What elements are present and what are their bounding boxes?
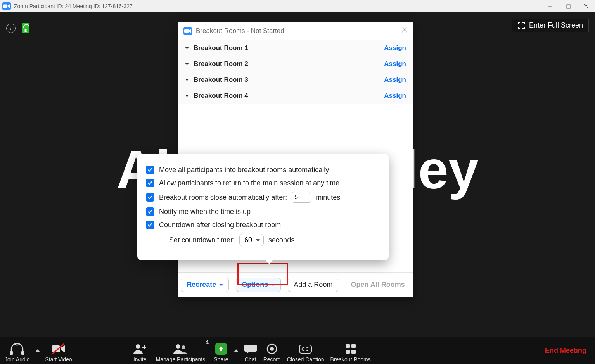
maximize-button[interactable]: [559, 0, 577, 12]
countdown-unit: seconds: [268, 236, 294, 244]
open-all-label: Open All Rooms: [351, 281, 405, 289]
options-popover: Move all participants into breakout room…: [137, 154, 389, 260]
add-room-button[interactable]: Add a Room: [288, 278, 338, 292]
svg-rect-2: [567, 5, 570, 8]
svg-rect-20: [351, 350, 356, 354]
join-audio-label: Join Audio: [5, 356, 30, 362]
svg-point-13: [176, 344, 180, 349]
assign-link[interactable]: Assign: [384, 60, 406, 68]
option-label: Move all participants into breakout room…: [159, 166, 329, 174]
option-allow-return[interactable]: Allow participants to return to the main…: [146, 179, 380, 187]
countdown-label: Set countdown timer:: [169, 236, 235, 244]
recreate-button[interactable]: Recreate: [181, 278, 229, 292]
option-label: Allow participants to return to the main…: [159, 179, 339, 187]
join-audio-button[interactable]: Join Audio: [2, 337, 33, 364]
open-all-rooms-button[interactable]: Open All Rooms: [345, 278, 410, 292]
record-button[interactable]: Record: [260, 337, 284, 364]
audio-menu-chevron[interactable]: [33, 349, 42, 352]
room-row[interactable]: Breakout Room 4 Assign: [178, 88, 413, 104]
room-row[interactable]: Breakout Room 2 Assign: [178, 56, 413, 72]
room-name: Breakout Room 2: [194, 60, 248, 68]
manage-participants-label: Manage Participants: [156, 356, 206, 362]
participants-icon: [173, 342, 188, 355]
auto-close-minutes-input[interactable]: [292, 192, 311, 203]
svg-rect-17: [346, 344, 350, 348]
minimize-button[interactable]: [541, 0, 559, 12]
video-off-icon: [51, 342, 66, 355]
share-menu-chevron[interactable]: [232, 349, 241, 352]
meeting-info-icon[interactable]: i: [6, 24, 16, 33]
chevron-down-icon: [271, 284, 275, 286]
room-name: Breakout Room 4: [194, 92, 248, 100]
chevron-up-icon: [234, 349, 239, 352]
room-name: Breakout Room 3: [194, 76, 248, 84]
dialog-title: Breakout Rooms - Not Started: [196, 27, 284, 35]
recreate-label: Recreate: [187, 281, 216, 289]
record-label: Record: [263, 356, 281, 362]
chat-button[interactable]: Chat: [241, 337, 260, 364]
meeting-toolbar: Join Audio Start Video Invite 1: [0, 337, 595, 364]
svg-rect-9: [21, 351, 24, 355]
chevron-down-icon: [185, 63, 189, 65]
option-notify-time-up[interactable]: Notify me when the time is up: [146, 207, 380, 216]
room-row[interactable]: Breakout Room 1 Assign: [178, 40, 413, 56]
option-label: Countdown after closing breakout room: [159, 221, 281, 229]
option-label-pre: Breakout rooms close automatically after…: [159, 193, 287, 202]
enter-fullscreen-button[interactable]: Enter Full Screen: [512, 19, 589, 32]
chat-icon: [244, 342, 257, 355]
svg-rect-5: [184, 29, 189, 33]
option-move-automatically[interactable]: Move all participants into breakout room…: [146, 166, 380, 174]
closed-caption-button[interactable]: CC Closed Caption: [284, 337, 327, 364]
checkbox-checked-icon[interactable]: [146, 221, 154, 229]
encryption-lock-icon[interactable]: [22, 23, 29, 33]
checkbox-checked-icon[interactable]: [146, 193, 154, 202]
svg-point-16: [270, 347, 274, 351]
manage-participants-button[interactable]: 1 Manage Participants: [150, 337, 211, 364]
chevron-down-icon: [185, 79, 189, 81]
add-room-label: Add a Room: [294, 281, 332, 289]
dialog-footer: Recreate Options Add a Room Open All Roo…: [178, 272, 413, 297]
close-icon[interactable]: [401, 27, 408, 35]
assign-link[interactable]: Assign: [384, 92, 406, 100]
option-label-post: minutes: [316, 193, 340, 202]
svg-point-14: [182, 345, 185, 349]
zoom-logo-icon: [2, 2, 11, 10]
svg-rect-19: [346, 350, 350, 354]
window-title: Zoom Participant ID: 24 Meeting ID: 127-…: [14, 3, 133, 9]
invite-label: Invite: [133, 356, 146, 362]
chevron-down-icon: [185, 95, 189, 97]
start-video-button[interactable]: Start Video: [42, 337, 75, 364]
breakout-rooms-icon: [345, 342, 356, 355]
room-name: Breakout Room 1: [194, 44, 248, 52]
checkbox-checked-icon[interactable]: [146, 179, 154, 187]
cc-icon: CC: [299, 342, 312, 355]
countdown-timer-select[interactable]: 60: [239, 234, 264, 246]
svg-rect-0: [3, 5, 7, 8]
checkbox-checked-icon[interactable]: [146, 207, 154, 216]
option-auto-close[interactable]: Breakout rooms close automatically after…: [146, 192, 380, 203]
enter-fullscreen-label: Enter Full Screen: [529, 21, 583, 29]
breakout-rooms-label: Breakout Rooms: [330, 356, 371, 362]
assign-link[interactable]: Assign: [384, 76, 406, 84]
caption-buttons: [541, 0, 595, 12]
participants-count: 1: [206, 339, 209, 345]
options-button[interactable]: Options: [236, 278, 281, 292]
assign-link[interactable]: Assign: [384, 44, 406, 52]
window-titlebar: Zoom Participant ID: 24 Meeting ID: 127-…: [0, 0, 595, 12]
closed-caption-label: Closed Caption: [287, 356, 324, 362]
record-icon: [266, 342, 278, 355]
video-area: i Enter Full Screen Alexa Brierley Break…: [0, 12, 595, 337]
start-video-label: Start Video: [45, 356, 72, 362]
checkbox-checked-icon[interactable]: [146, 166, 154, 174]
share-button[interactable]: Share: [211, 337, 231, 364]
svg-point-12: [136, 344, 140, 349]
room-row[interactable]: Breakout Room 3 Assign: [178, 72, 413, 88]
close-button[interactable]: [577, 0, 595, 12]
invite-button[interactable]: Invite: [130, 337, 150, 364]
chat-label: Chat: [245, 356, 256, 362]
option-countdown[interactable]: Countdown after closing breakout room: [146, 221, 380, 229]
fullscreen-icon: [517, 22, 525, 29]
popover-arrow-icon: [265, 259, 274, 264]
end-meeting-button[interactable]: End Meeting: [537, 347, 591, 355]
breakout-rooms-button[interactable]: Breakout Rooms: [327, 337, 374, 364]
